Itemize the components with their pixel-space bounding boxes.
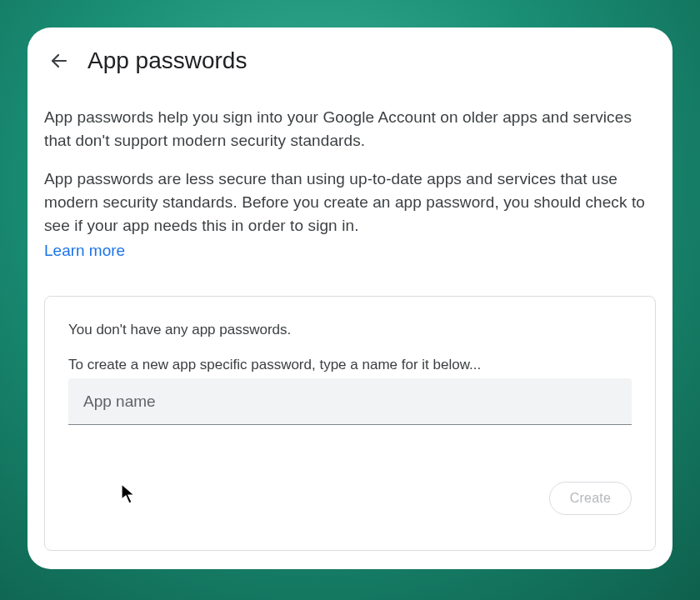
back-arrow-icon: [49, 51, 69, 71]
intro-paragraph-1: App passwords help you sign into your Go…: [44, 106, 656, 152]
create-panel: You don't have any app passwords. To cre…: [44, 296, 656, 551]
content: App passwords help you sign into your Go…: [28, 82, 672, 551]
create-button[interactable]: Create: [549, 482, 632, 515]
create-instruction: To create a new app specific password, t…: [68, 355, 632, 375]
empty-state-msg: You don't have any app passwords.: [68, 320, 632, 340]
input-wrap: [68, 378, 632, 425]
app-name-input[interactable]: [68, 378, 632, 425]
page-title: App passwords: [88, 48, 247, 74]
back-button[interactable]: [42, 44, 76, 78]
learn-more-link[interactable]: Learn more: [44, 239, 125, 262]
create-row: Create: [68, 482, 632, 515]
header: App passwords: [28, 28, 672, 82]
intro-paragraph-2: App passwords are less secure than using…: [44, 168, 656, 238]
app-passwords-card: App passwords App passwords help you sig…: [28, 28, 672, 569]
